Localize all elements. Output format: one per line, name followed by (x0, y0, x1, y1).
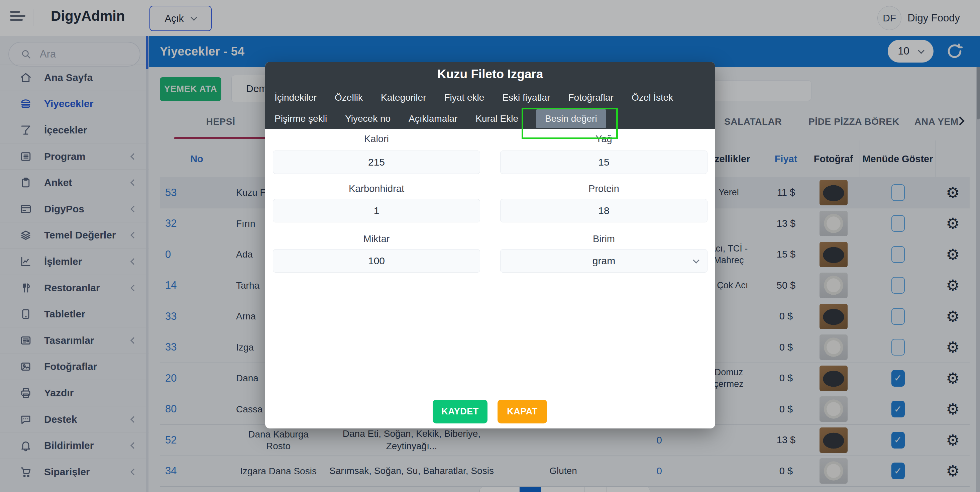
save-button[interactable]: KAYDET (433, 400, 487, 424)
modal-tab-yiyecek-no[interactable]: Yiyecek no (345, 109, 391, 128)
modal-tab-kural-ekle[interactable]: Kural Ekle (476, 109, 518, 128)
field-label-birim: Birim (500, 234, 708, 245)
field-label-karbonhidrat: Karbonhidrat (273, 183, 480, 194)
modal-tab-fiyat-ekle[interactable]: Fiyat ekle (444, 88, 484, 107)
protein-input[interactable]: 18 (500, 199, 708, 223)
field-label-kalori: Kalori (273, 134, 480, 145)
birim-select-value: gram (592, 255, 615, 267)
chevron-down-icon (693, 257, 700, 264)
modal-tab-zellik[interactable]: Özellik (335, 88, 363, 107)
kalori-input[interactable]: 215 (273, 151, 480, 174)
modal-tab-foto-raflar[interactable]: Fotoğraflar (568, 88, 613, 107)
field-label-protein: Protein (500, 183, 708, 194)
modal-body: Kalori Yağ 215 15 Karbonhidrat Protein 1… (265, 129, 715, 428)
modal-tab-pi-irme-ekli[interactable]: Pişirme şekli (275, 109, 327, 128)
modal-tab-i-indekiler[interactable]: İçindekiler (275, 88, 317, 107)
modal-tab-eski-fiyatlar[interactable]: Eski fiyatlar (502, 88, 550, 107)
modal-tab-a-klamalar[interactable]: Açıklamalar (409, 109, 457, 128)
yag-input[interactable]: 15 (500, 151, 708, 174)
modal-tab-zel-i-stek[interactable]: Özel İstek (632, 88, 673, 107)
modal-header: Kuzu Fileto Izgara İçindekilerÖzellikKat… (265, 62, 715, 129)
birim-select[interactable]: gram (500, 249, 708, 272)
modal-title: Kuzu Fileto Izgara (265, 67, 715, 81)
karbonhidrat-input[interactable]: 1 (273, 199, 480, 223)
field-label-miktar: Miktar (273, 234, 480, 245)
food-detail-modal: Kuzu Fileto Izgara İçindekilerÖzellikKat… (265, 62, 715, 428)
annotation-highlight-box (522, 108, 618, 139)
modal-tab-kategoriler[interactable]: Kategoriler (381, 88, 426, 107)
modal-tabs-row1: İçindekilerÖzellikKategorilerFiyat ekleE… (275, 90, 710, 105)
miktar-input[interactable]: 100 (273, 249, 480, 272)
close-button[interactable]: KAPAT (498, 400, 547, 424)
modal-tabs-row2: Pişirme şekliYiyecek noAçıklamalarKural … (275, 108, 710, 129)
